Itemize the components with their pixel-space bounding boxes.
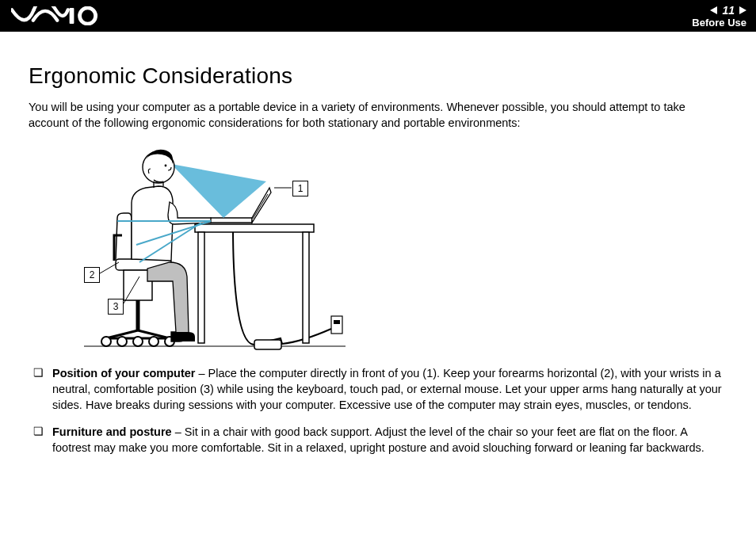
svg-rect-0 — [70, 8, 74, 24]
vaio-logo — [11, 6, 98, 25]
svg-point-1 — [80, 8, 96, 24]
list-item: Furniture and posture – Sit in a chair w… — [29, 424, 727, 456]
bullet-list: Position of your computer – Place the co… — [29, 365, 727, 456]
svg-point-16 — [117, 337, 127, 346]
section-label: Before Use — [692, 17, 746, 28]
svg-rect-3 — [331, 316, 342, 334]
list-item: Position of your computer – Place the co… — [29, 365, 727, 413]
svg-point-13 — [101, 337, 111, 346]
svg-point-14 — [133, 337, 143, 346]
bullet-term: Furniture and posture — [52, 425, 172, 438]
callout-1: 1 — [292, 181, 308, 196]
prev-page-icon[interactable] — [710, 6, 717, 14]
callout-3: 3 — [108, 299, 124, 315]
svg-rect-7 — [198, 232, 204, 343]
ergonomics-illustration: 1 2 3 — [52, 142, 361, 356]
next-page-icon[interactable] — [739, 6, 746, 14]
page-navigator: 11 Before Use — [692, 5, 746, 28]
bullet-term: Position of your computer — [52, 367, 195, 380]
svg-point-21 — [165, 165, 167, 167]
intro-paragraph: You will be using your computer as a por… — [29, 100, 727, 131]
page-title: Ergonomic Considerations — [29, 63, 727, 89]
svg-rect-4 — [334, 320, 340, 324]
callout-2: 2 — [84, 267, 100, 283]
svg-point-17 — [149, 337, 158, 346]
page-number: 11 — [722, 5, 735, 16]
svg-rect-6 — [195, 224, 314, 232]
page-content: Ergonomic Considerations You will be usi… — [0, 32, 756, 456]
header-bar: 11 Before Use — [0, 0, 756, 32]
svg-rect-5 — [254, 340, 281, 349]
svg-rect-8 — [303, 232, 309, 343]
